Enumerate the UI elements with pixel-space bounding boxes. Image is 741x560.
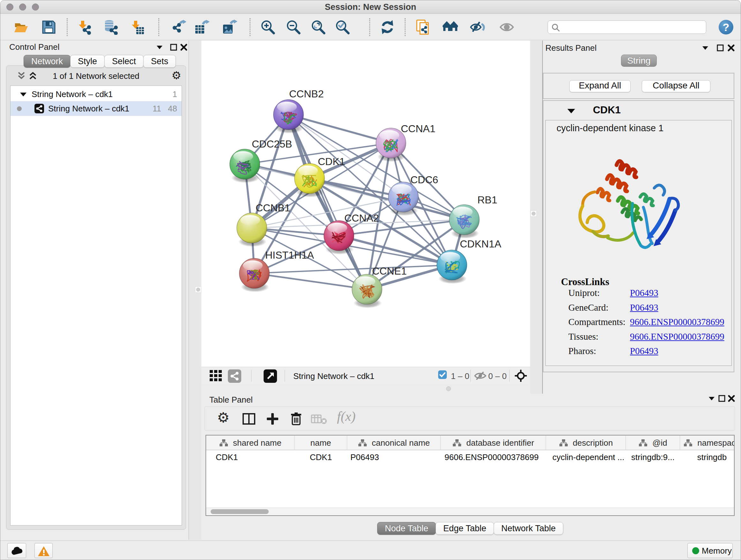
delete-column-icon[interactable] bbox=[288, 411, 304, 428]
table-horizontal-scrollbar[interactable] bbox=[206, 508, 734, 515]
zoom-in-icon[interactable] bbox=[260, 19, 275, 35]
network-row-selected[interactable]: String Network – cdk1 11 48 bbox=[10, 101, 182, 116]
expand-all-button[interactable]: Expand All bbox=[569, 80, 630, 92]
network-canvas[interactable]: CCNB2CCNA1CDC25BCDK1CDC6RB1CCNB1CCNA2CDK… bbox=[201, 41, 530, 367]
network-edge[interactable] bbox=[288, 115, 367, 289]
tab-style[interactable]: Style bbox=[70, 55, 105, 68]
zoom-fit-icon[interactable] bbox=[311, 19, 326, 35]
right-splitter-handle[interactable] bbox=[530, 210, 537, 217]
network-options-gear-icon[interactable]: ⚙ bbox=[172, 70, 181, 81]
zoom-out-icon[interactable] bbox=[286, 19, 301, 35]
export-table-icon[interactable] bbox=[195, 19, 210, 35]
import-table-file-icon[interactable] bbox=[129, 19, 145, 35]
network-edge[interactable] bbox=[254, 273, 367, 289]
gene-collapse-icon[interactable] bbox=[566, 107, 576, 115]
import-network-database-icon[interactable] bbox=[103, 19, 118, 35]
home-layout-icon[interactable] bbox=[443, 19, 458, 35]
network-node-CDC6[interactable]: CDC6 bbox=[388, 174, 438, 216]
column-header-canonical-name[interactable]: canonical name bbox=[347, 435, 441, 450]
table-row[interactable]: CDK1CDK1P064939606.ENSP00000378699cyclin… bbox=[206, 450, 734, 464]
table-cell[interactable]: P06493 bbox=[347, 450, 441, 464]
float-panel-icon[interactable] bbox=[708, 394, 716, 402]
column-header-database-identifier[interactable]: database identifier bbox=[441, 435, 546, 450]
close-panel-icon[interactable] bbox=[727, 394, 736, 402]
birdseye-view-icon[interactable] bbox=[209, 369, 222, 383]
toolbar-separator bbox=[158, 18, 159, 36]
network-node-RB1[interactable]: RB1 bbox=[449, 194, 497, 239]
hide-selected-icon[interactable] bbox=[470, 19, 485, 35]
crosslink-row: Pharos:P06493 bbox=[568, 346, 722, 361]
network-edge[interactable] bbox=[254, 265, 452, 273]
zoom-selected-icon[interactable] bbox=[335, 19, 350, 35]
save-session-icon[interactable] bbox=[41, 19, 57, 35]
selected-checkbox-icon[interactable] bbox=[438, 370, 447, 380]
memory-button[interactable]: Memory bbox=[687, 543, 733, 558]
column-header-shared-name[interactable]: shared name bbox=[206, 435, 294, 450]
import-network-file-icon[interactable] bbox=[76, 19, 91, 35]
column-header-namespace[interactable]: namespace bbox=[680, 435, 735, 450]
open-file-icon[interactable] bbox=[13, 19, 29, 35]
network-collection-row[interactable]: String Network – cdk1 1 bbox=[10, 88, 182, 101]
column-header--id[interactable]: @id bbox=[626, 435, 680, 450]
collapse-all-button[interactable]: Collapse All bbox=[642, 80, 711, 92]
tab-select[interactable]: Select bbox=[105, 55, 144, 68]
tab-network-table[interactable]: Network Table bbox=[494, 522, 563, 535]
cloud-button[interactable] bbox=[7, 543, 26, 558]
gene-section-header[interactable]: CDK1 bbox=[543, 101, 734, 120]
help-button[interactable]: ? bbox=[719, 20, 733, 35]
maximize-panel-icon[interactable] bbox=[170, 43, 178, 51]
network-view[interactable]: CCNB2CCNA1CDC25BCDK1CDC6RB1CCNB1CCNA2CDK… bbox=[201, 41, 530, 384]
maximize-panel-icon[interactable] bbox=[716, 44, 724, 52]
export-network-icon[interactable] bbox=[172, 19, 187, 35]
crosslink-value-link[interactable]: P06493 bbox=[630, 302, 658, 313]
crosshair-icon[interactable] bbox=[515, 370, 527, 383]
close-panel-icon[interactable] bbox=[727, 44, 735, 52]
search-input[interactable] bbox=[548, 20, 706, 34]
node-table: shared namenamecanonical namedatabase id… bbox=[205, 435, 735, 516]
tab-node-table[interactable]: Node Table bbox=[377, 522, 436, 535]
column-header-description[interactable]: description bbox=[546, 435, 626, 450]
export-image-icon[interactable] bbox=[222, 19, 238, 35]
float-panel-icon[interactable] bbox=[155, 43, 164, 51]
network-status-dot bbox=[17, 106, 22, 111]
split-columns-icon[interactable] bbox=[241, 411, 257, 428]
left-splitter-handle[interactable] bbox=[195, 287, 201, 293]
table-settings-gear-icon[interactable]: ⚙ bbox=[217, 409, 229, 426]
network-node-CDK1[interactable]: CDK1 bbox=[294, 156, 345, 197]
maximize-panel-icon[interactable] bbox=[718, 394, 726, 402]
network-node-CCNB2[interactable]: CCNB2 bbox=[273, 88, 324, 133]
table-cell[interactable]: CDK1 bbox=[206, 450, 294, 464]
hidden-eye-icon[interactable] bbox=[474, 371, 486, 382]
crosslink-value-link[interactable]: P06493 bbox=[630, 346, 658, 356]
collection-expand-icon[interactable] bbox=[19, 91, 27, 98]
tab-sets[interactable]: Sets bbox=[143, 55, 176, 68]
open-external-icon[interactable] bbox=[264, 369, 277, 384]
tab-network[interactable]: Network bbox=[23, 55, 71, 68]
refresh-icon[interactable] bbox=[380, 19, 395, 35]
tab-edge-table[interactable]: Edge Table bbox=[435, 522, 494, 535]
results-tab-string[interactable]: String bbox=[621, 55, 657, 67]
table-cell[interactable]: stringdb:9... bbox=[626, 450, 680, 464]
column-header-name[interactable]: name bbox=[294, 435, 347, 450]
left-splitter[interactable] bbox=[189, 41, 201, 540]
copy-icon[interactable] bbox=[415, 19, 431, 35]
table-cell[interactable]: 9606.ENSP00000378699 bbox=[441, 450, 546, 464]
add-column-icon[interactable] bbox=[265, 411, 280, 428]
crosslink-value-link[interactable]: 9606.ENSP00000378699 bbox=[630, 317, 724, 327]
show-all-icon[interactable] bbox=[499, 19, 515, 35]
warnings-button[interactable] bbox=[35, 543, 53, 558]
table-cell[interactable]: CDK1 bbox=[294, 450, 347, 464]
bottom-splitter-handle[interactable] bbox=[446, 386, 451, 391]
close-panel-icon[interactable] bbox=[180, 43, 188, 51]
right-splitter[interactable] bbox=[530, 41, 543, 394]
network-node-CCNA1[interactable]: CCNA1 bbox=[376, 123, 435, 162]
scrollbar-thumb[interactable] bbox=[211, 509, 269, 514]
network-node-CDKN1A[interactable]: CDKN1A bbox=[437, 238, 501, 284]
table-cell[interactable]: cyclin-dependent ... bbox=[546, 450, 626, 464]
crosslink-value-link[interactable]: P06493 bbox=[630, 288, 658, 298]
float-panel-icon[interactable] bbox=[701, 44, 710, 52]
network-node-CCNE1[interactable]: CCNE1 bbox=[352, 265, 407, 308]
title-bar[interactable]: Session: New Session bbox=[0, 0, 741, 14]
table-cell[interactable]: stringdb bbox=[680, 450, 735, 464]
crosslink-value-link[interactable]: 9606.ENSP00000378699 bbox=[630, 331, 724, 342]
